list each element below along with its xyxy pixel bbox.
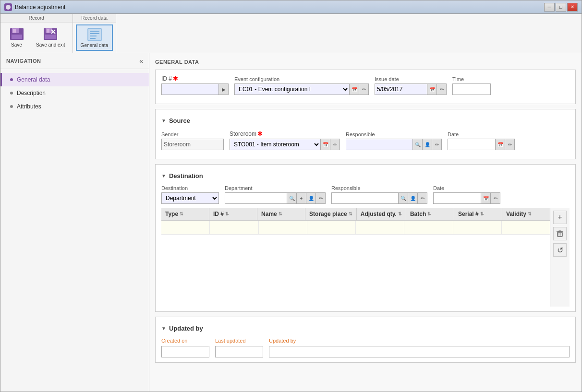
created-on-group: Created on [161,338,209,357]
cell-id[interactable] [210,221,258,234]
date-source-edit-button[interactable]: ✏ [505,139,515,150]
issue-date-cal-button[interactable]: 📅 [427,83,437,95]
responsible-source-search-button[interactable]: 🔍 [413,139,423,150]
toolbar-sections: Record Save [0,14,582,53]
event-config-input-group: EC01 - Event configuration I 📅 ✏ [234,83,369,95]
responsible-source-input[interactable] [346,139,413,150]
created-on-input [161,346,209,357]
close-button[interactable]: ✕ [567,3,578,12]
department-edit-button[interactable]: ✏ [316,192,326,204]
department-search-button[interactable]: 🔍 [287,192,297,204]
storeroom-label: Storeroom ✱ [230,130,340,137]
department-add-button[interactable]: + [297,192,306,204]
time-input[interactable] [452,83,491,95]
items-grid-wrapper: Type ⇅ ID # ⇅ Name ⇅ [161,208,570,307]
minimize-button[interactable]: ─ [544,3,555,12]
sidebar-item-general-data[interactable]: General data [0,73,149,86]
record-section-label: Record [0,14,73,23]
sidebar-collapse-button[interactable]: « [139,57,143,65]
sidebar-item-attributes[interactable]: Attributes [0,100,149,113]
event-config-select[interactable]: EC01 - Event configuration I [234,83,350,95]
sidebar-title: NAVIGATION [6,58,41,64]
table-row[interactable] [161,221,550,235]
record-section: Record Save [0,14,73,53]
svg-rect-3 [13,29,16,33]
record-buttons: Save Sav [0,23,73,52]
event-config-group: Event configuration EC01 - Event configu… [234,76,369,95]
updated-by-header[interactable]: ▼ Updated by [161,322,570,335]
grid-empty-space [161,235,550,307]
created-on-label: Created on [161,338,209,344]
col-serial: Serial # ⇅ [454,208,502,220]
sidebar-item-attributes-label: Attributes [17,103,41,110]
id-row: ID # ✱ ▶ Event configuration EC01 - Even [161,75,570,95]
sidebar-item-description[interactable]: Description [0,86,149,100]
cell-name[interactable] [259,221,307,234]
department-input[interactable] [225,192,287,204]
source-title: Source [169,117,190,124]
id-arrow-button[interactable]: ▶ [219,83,229,95]
time-group: Time [452,76,491,95]
updated-by-title: Updated by [169,325,203,332]
col-validity: Validity ⇅ [502,208,550,220]
issue-date-input[interactable] [375,83,427,95]
responsible-dest-user-button[interactable]: 👤 [408,192,418,204]
sender-group: Sender [161,131,224,150]
department-user-button[interactable]: 👤 [306,192,316,204]
record-data-label: Record data [73,14,116,23]
cell-storage[interactable] [307,221,356,234]
refresh-button[interactable]: ↺ [553,243,567,257]
sidebar: NAVIGATION « General data Description At… [0,53,149,392]
date-source-input[interactable] [448,139,496,150]
date-source-cal-button[interactable]: 📅 [496,139,505,150]
title-bar: Balance adjustment ─ □ ✕ [0,0,582,14]
responsible-source-edit-button[interactable]: ✏ [432,139,442,150]
date-source-label: Date [448,131,515,137]
responsible-dest-input[interactable] [331,192,399,204]
cell-type[interactable] [161,221,210,234]
last-updated-input [215,346,263,357]
delete-row-button[interactable] [553,227,567,240]
department-label: Department [225,185,326,191]
cell-batch[interactable] [404,221,453,234]
sort-icon: ⇅ [349,212,352,216]
sidebar-item-general-data-label: General data [17,76,50,83]
event-config-edit-button[interactable]: ✏ [359,83,369,95]
source-header[interactable]: ▼ Source [161,114,570,127]
destination-type-select[interactable]: Department [161,192,219,204]
id-label: ID # ✱ [161,75,229,82]
responsible-dest-edit-button[interactable]: ✏ [418,192,427,204]
destination-header[interactable]: ▼ Destination [161,169,570,182]
save-exit-icon [42,27,59,41]
main-content: GENERAL DATA ID # ✱ ▶ [149,53,582,392]
svg-rect-16 [558,232,562,237]
date-dest-input[interactable] [433,192,481,204]
general-data-button[interactable]: General data [76,24,113,51]
restore-button[interactable]: □ [556,3,566,12]
main-window: Balance adjustment ─ □ ✕ Record [0,0,582,392]
svg-rect-11 [88,28,101,41]
responsible-dest-search-button[interactable]: 🔍 [399,192,408,204]
svg-rect-8 [45,35,56,39]
date-dest-edit-button[interactable]: ✏ [491,192,500,204]
id-input[interactable] [161,83,219,95]
cell-serial[interactable] [453,221,502,234]
updated-by-collapse-arrow: ▼ [161,326,166,331]
section-title: GENERAL DATA [155,59,576,65]
add-row-button[interactable]: + [553,211,567,224]
save-exit-button[interactable]: Save and exit [32,24,70,50]
cell-validity[interactable] [502,221,550,234]
storeroom-cal-button[interactable]: 📅 [321,139,330,150]
event-config-cal-button[interactable]: 📅 [350,83,359,95]
sender-input [161,139,224,150]
last-updated-label: Last updated [215,338,263,344]
responsible-source-user-button[interactable]: 👤 [423,139,432,150]
storeroom-edit-button[interactable]: ✏ [330,139,340,150]
save-button[interactable]: Save [3,24,30,50]
sidebar-item-description-label: Description [17,90,46,96]
issue-date-edit-button[interactable]: ✏ [437,83,447,95]
storeroom-select[interactable]: STO001 - Item storeroom [230,139,321,150]
date-dest-cal-button[interactable]: 📅 [481,192,491,204]
toolbar: Record Save [0,14,582,53]
cell-qty[interactable] [356,221,404,234]
